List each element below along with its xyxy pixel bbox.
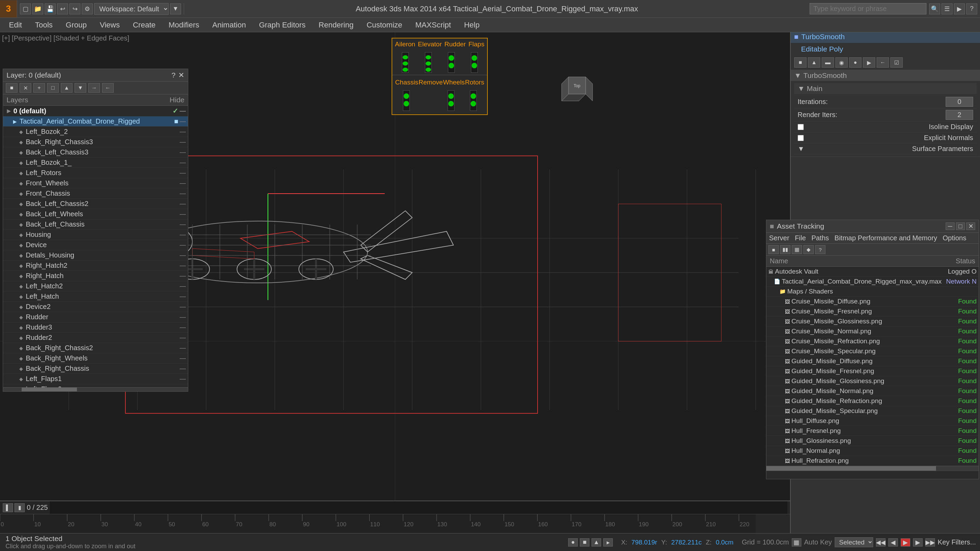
rp-tb-1[interactable]: ■ [794, 57, 807, 68]
layer-item[interactable]: ◆Housing— [3, 230, 188, 240]
asset-item[interactable]: 🏛Autodesk VaultLogged O [766, 267, 978, 277]
ap-min-btn[interactable]: ─ [946, 222, 955, 230]
menu-item-graph-editors[interactable]: Graph Editors [253, 19, 312, 31]
sb-play-first[interactable]: ◀◀ [876, 538, 886, 546]
layer-item[interactable]: ◆Left_Rotors— [3, 168, 188, 178]
asset-item[interactable]: 🖼Hull_Diffuse.pngFound [766, 416, 978, 426]
search-input[interactable] [810, 3, 926, 14]
layer-panel-help[interactable]: ? [172, 71, 175, 79]
menu-item-create[interactable]: Create [127, 19, 162, 31]
filter-btn[interactable]: ☰ [942, 3, 953, 14]
lp-tb-2[interactable]: ✕ [19, 83, 31, 93]
rp-tb-6[interactable]: ▶ [863, 57, 875, 68]
new-btn[interactable]: ▢ [20, 3, 31, 14]
layer-item[interactable]: ◆Right_Hatch2— [3, 260, 188, 271]
modifier-item-turbosmooth[interactable]: ■ TurboSmooth [791, 30, 980, 43]
explicit-checkbox[interactable] [798, 135, 804, 141]
menu-item-modifiers[interactable]: Modifiers [162, 19, 205, 31]
control-knob-chassis[interactable] [403, 90, 410, 111]
asset-item[interactable]: 🖼Guided_Missile_Glossiness.pngFound [766, 376, 978, 386]
ap-tb-1[interactable]: ■ [768, 245, 779, 254]
layer-panel-close[interactable]: ✕ [178, 71, 185, 79]
rp-tb-5[interactable]: ● [849, 57, 861, 68]
nav-btn[interactable]: ▶ [954, 3, 965, 14]
lp-tb-5[interactable]: ▲ [61, 83, 73, 93]
layer-item[interactable]: ◆Back_Right_Chassis2— [3, 343, 188, 353]
sb-icon-2[interactable]: ■ [580, 538, 589, 546]
control-knob-elevator[interactable] [425, 52, 432, 73]
asset-item[interactable]: 📁Maps / Shaders [766, 287, 978, 297]
asset-item[interactable]: 🖼Guided_Missile_Normal.pngFound [766, 386, 978, 396]
sb-grid-btn[interactable]: ▦ [792, 538, 801, 546]
ap-tb-2[interactable]: ▮▮ [780, 245, 791, 254]
asset-item[interactable]: 🖼Cruise_Missile_Glossiness.pngFound [766, 316, 978, 327]
control-knob-rotors[interactable] [470, 90, 477, 111]
sb-icon-3[interactable]: ▲ [592, 538, 601, 546]
search-btn[interactable]: 🔍 [929, 3, 940, 14]
menu-item-edit[interactable]: Edit [3, 19, 28, 31]
layer-item[interactable]: ◆Back_Left_Chassis2— [3, 199, 188, 209]
open-btn[interactable]: 📁 [32, 3, 43, 14]
sb-play-next[interactable]: ▶ [913, 538, 923, 546]
menu-item-group[interactable]: Group [59, 19, 93, 31]
lp-tb-1[interactable]: ■ [6, 83, 18, 93]
layer-item[interactable]: ◆Rudder— [3, 312, 188, 322]
lp-tb-4[interactable]: □ [47, 83, 59, 93]
ap-tb-3[interactable]: ▦ [792, 245, 802, 254]
asset-item[interactable]: 🖼Guided_Missile_Specular.pngFound [766, 406, 978, 416]
rp-tb-7[interactable]: ← [877, 57, 889, 68]
isoline-checkbox[interactable] [798, 124, 804, 130]
ap-tb-4[interactable]: ◆ [803, 245, 814, 254]
ap-menu-bitmap[interactable]: Bitmap Performance and Memory [834, 234, 937, 242]
asset-item[interactable]: 🖼Hull_Normal.pngFound [766, 446, 978, 456]
ap-menu-options[interactable]: Options [943, 234, 966, 242]
layer-item[interactable]: ◆Front_Wheels— [3, 178, 188, 189]
sb-play-btn[interactable]: ▶ [900, 538, 910, 546]
asset-item[interactable]: 🖼Cruise_Missile_Fresnel.pngFound [766, 306, 978, 316]
layer-item[interactable]: ▶0 (default)✓— [3, 106, 188, 116]
layer-item[interactable]: ◆Back_Right_Chassis3— [3, 137, 188, 147]
layer-item[interactable]: ◆Front_Chassis— [3, 189, 188, 199]
layer-item[interactable]: ◆Back_Left_Chassis3— [3, 147, 188, 157]
layer-item[interactable]: ▶Tactical_Aerial_Combat_Drone_Rigged■— [3, 116, 188, 127]
asset-item[interactable]: 🖼Cruise_Missile_Diffuse.pngFound [766, 297, 978, 306]
tl-nav-2[interactable]: ▮ [14, 503, 25, 512]
iterations-input[interactable] [946, 97, 973, 107]
control-knob-flaps[interactable] [471, 52, 478, 73]
menu-item-maxscript[interactable]: MAXScript [409, 19, 457, 31]
layer-item[interactable]: ◆Back_Right_Chassis— [3, 364, 188, 374]
ap-close-btn[interactable]: ✕ [966, 222, 975, 230]
control-knob-aileron[interactable] [402, 52, 409, 73]
menu-item-rendering[interactable]: Rendering [313, 19, 360, 31]
asset-panel-scrollbar[interactable] [766, 466, 978, 471]
key-filters-label[interactable]: Key Filters... [938, 538, 976, 546]
menu-item-help[interactable]: Help [458, 19, 486, 31]
undo-btn[interactable]: ↩ [57, 3, 68, 14]
asset-item[interactable]: 🖼Guided_Missile_Diffuse.pngFound [766, 356, 978, 366]
selected-dropdown[interactable]: Selected [835, 537, 873, 547]
menu-item-customize[interactable]: Customize [360, 19, 409, 31]
render-iters-input[interactable] [946, 110, 973, 120]
surface-params-row[interactable]: ▼ Surface Parameters [794, 143, 977, 154]
layer-item[interactable]: ◆Left_Bozok_1_— [3, 157, 188, 168]
layer-item[interactable]: ◆Device2— [3, 302, 188, 312]
workspace-dropdown[interactable]: Workspace: DefaultWorkspace: Default [94, 3, 169, 15]
nav-cube[interactable]: Top [560, 73, 594, 108]
asset-item[interactable]: 📄Tactical_Aerial_Combat_Drone_Rigged_max… [766, 277, 978, 287]
asset-item[interactable]: 🖼Hull_Glossiness.pngFound [766, 436, 978, 446]
ap-menu-file[interactable]: File [795, 234, 806, 242]
timeline-track[interactable] [50, 501, 787, 514]
layer-item[interactable]: ◆Back_Left_Wheels— [3, 209, 188, 219]
layer-item[interactable]: ◆Device— [3, 240, 188, 250]
menu-item-views[interactable]: Views [94, 19, 126, 31]
rp-tb-2[interactable]: ▲ [808, 57, 820, 68]
layer-item[interactable]: ◆Left_Hatch— [3, 291, 188, 302]
sb-play-last[interactable]: ▶▶ [925, 538, 935, 546]
rp-tb-4[interactable]: ◉ [835, 57, 848, 68]
layer-item[interactable]: ◆Back_Left_Chassis— [3, 219, 188, 230]
asset-item[interactable]: 🖼Cruise_Missile_Normal.pngFound [766, 327, 978, 337]
rp-tb-8[interactable]: ☑ [890, 57, 903, 68]
layer-item[interactable]: ◆Right_Hatch— [3, 271, 188, 281]
layer-item[interactable]: ◆Detals_Housing— [3, 250, 188, 260]
control-knob-wheels[interactable] [447, 90, 455, 111]
